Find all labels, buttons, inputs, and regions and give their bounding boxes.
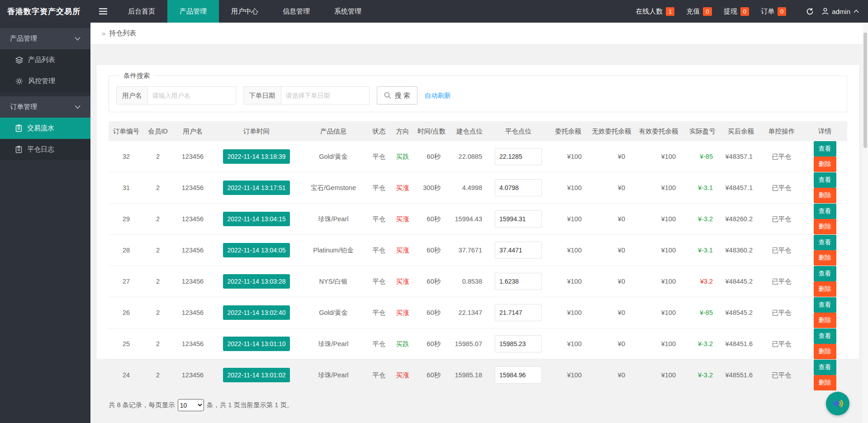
delete-button[interactable]: 删除 — [814, 344, 836, 359]
search-panel: 条件搜索 用户名 下单日期 搜 索 自动刷新 — [109, 71, 847, 112]
sidebar-item-trade-flow[interactable]: 交易流水 — [0, 118, 90, 139]
cell-close-point — [490, 328, 546, 360]
cell-order-time: 2022-11-14 13:03:28 — [213, 266, 299, 297]
stat-orders[interactable]: 订单 0 — [761, 7, 786, 16]
page-scrollbar[interactable] — [863, 23, 868, 423]
stat-online-users[interactable]: 在线人数 1 — [636, 7, 674, 16]
column-header: 委托余额 — [546, 121, 590, 141]
order-date-input[interactable] — [281, 86, 370, 105]
cell-order-id: 28 — [109, 235, 144, 266]
cell-valid-entrust: ¥100 — [633, 266, 684, 297]
close-point-input[interactable] — [495, 335, 542, 352]
table-row: 27 2 123456 2022-11-14 13:03:28 NYS/白银 平… — [109, 266, 847, 297]
cell-order-id: 31 — [109, 172, 144, 204]
top-menu-item-info[interactable]: 信息管理 — [270, 0, 322, 23]
table-row: 31 2 123456 2022-11-14 13:17:51 宝石/Gemst… — [109, 172, 847, 204]
view-button[interactable]: 查看 — [814, 297, 836, 313]
user-menu[interactable]: admin — [822, 8, 859, 15]
stat-withdraw[interactable]: 提现 0 — [724, 7, 749, 16]
column-header: 建仓点位 — [449, 121, 490, 141]
close-point-input[interactable] — [495, 210, 542, 228]
top-menu-item-system[interactable]: 系统管理 — [322, 0, 374, 23]
close-point-input[interactable] — [495, 366, 542, 384]
cell-status: 平仓 — [367, 172, 391, 204]
search-icon — [384, 92, 391, 99]
sidebar-group-products[interactable]: 产品管理 — [0, 28, 90, 49]
column-header: 时间/点数 — [414, 121, 449, 141]
sidebar-item-close-log[interactable]: 平仓日志 — [0, 139, 90, 160]
search-button[interactable]: 搜 索 — [377, 86, 417, 105]
top-menu-item-products[interactable]: 产品管理 — [167, 0, 219, 23]
cell-product: 宝石/Gemstone — [299, 172, 367, 204]
cell-invalid-entrust: ¥0 — [590, 360, 633, 391]
view-button[interactable]: 查看 — [814, 204, 836, 219]
layers-icon — [15, 57, 23, 64]
sidebar: 产品管理 产品列表 风控管理 订单管理 交易流水 — [0, 23, 90, 423]
sidebar-item-risk-control[interactable]: 风控管理 — [0, 71, 90, 92]
delete-button[interactable]: 删除 — [814, 157, 836, 172]
refresh-icon[interactable] — [806, 8, 814, 15]
gear-icon — [15, 77, 23, 85]
cell-direction: 买跌 — [391, 141, 414, 172]
delete-button[interactable]: 删除 — [814, 375, 836, 390]
direction-label: 买涨 — [396, 278, 409, 285]
cell-duration: 60秒 — [414, 297, 449, 328]
audio-notification-button[interactable] — [826, 392, 849, 415]
stat-label: 订单 — [761, 7, 774, 16]
cell-profit: ¥3.2 — [684, 266, 721, 297]
cell-profit: ¥-3.2 — [684, 360, 721, 391]
cell-control-status: 已平仓 — [761, 172, 802, 204]
cell-product: 珍珠/Pearl — [299, 360, 367, 391]
delete-button[interactable]: 删除 — [814, 281, 836, 297]
page-title: 持仓列表 — [109, 29, 136, 38]
cell-direction: 买涨 — [391, 297, 414, 328]
cell-duration: 300秒 — [414, 172, 449, 204]
close-point-input[interactable] — [495, 304, 542, 321]
view-button[interactable]: 查看 — [814, 360, 836, 375]
order-time-badge: 2022-11-14 13:04:05 — [223, 243, 290, 257]
delete-button[interactable]: 删除 — [814, 219, 836, 234]
document-icon — [15, 124, 22, 132]
cell-entrust-balance: ¥100 — [546, 297, 590, 328]
view-button[interactable]: 查看 — [814, 328, 836, 344]
cell-direction: 买涨 — [391, 235, 414, 266]
cell-close-point — [490, 235, 546, 266]
close-point-input[interactable] — [495, 148, 542, 165]
top-navbar: 香港数字资产交易所 后台首页 产品管理 用户中心 信息管理 系统管理 在线人数 … — [0, 0, 868, 23]
view-button[interactable]: 查看 — [814, 235, 836, 250]
scrollbar-thumb[interactable] — [863, 33, 867, 148]
delete-button[interactable]: 删除 — [814, 313, 836, 328]
top-menu-item-users[interactable]: 用户中心 — [219, 0, 270, 23]
table-row: 24 2 123456 2022-11-14 13:01:02 珍珠/Pearl… — [109, 360, 847, 391]
delete-button[interactable]: 删除 — [814, 188, 836, 203]
close-point-input[interactable] — [495, 179, 542, 196]
stat-recharge[interactable]: 充值 0 — [686, 7, 711, 16]
close-point-input[interactable] — [495, 273, 542, 290]
cell-open-point: 22.1347 — [449, 297, 490, 328]
view-button[interactable]: 查看 — [814, 172, 836, 188]
view-button[interactable]: 查看 — [814, 141, 836, 157]
sidebar-group-orders[interactable]: 订单管理 — [0, 96, 90, 118]
view-button[interactable]: 查看 — [814, 266, 836, 281]
cell-entrust-balance: ¥100 — [546, 266, 590, 297]
page-count-text: 条，共 1 页当前显示第 1 页。 — [207, 401, 294, 409]
per-page-select[interactable]: 10 — [178, 399, 204, 411]
chevron-down-icon — [75, 37, 81, 41]
profit-value: ¥-3.1 — [698, 184, 713, 191]
profit-value: ¥-85 — [700, 309, 713, 316]
username-input[interactable] — [147, 86, 236, 105]
cell-open-point: 15985.07 — [449, 328, 490, 360]
cell-invalid-entrust: ¥0 — [590, 328, 633, 360]
username-field-label: 用户名 — [116, 86, 147, 105]
cell-product: 珍珠/Pearl — [299, 204, 367, 235]
delete-button[interactable]: 删除 — [814, 250, 836, 266]
top-menu-item-home[interactable]: 后台首页 — [116, 0, 167, 23]
cell-close-point — [490, 360, 546, 391]
sidebar-item-product-list[interactable]: 产品列表 — [0, 49, 90, 71]
auto-refresh-link[interactable]: 自动刷新 — [425, 91, 451, 100]
cell-product: Gold/黄金 — [299, 141, 367, 172]
hamburger-icon[interactable] — [90, 0, 116, 23]
close-point-input[interactable] — [495, 242, 542, 259]
cell-status: 平仓 — [367, 328, 391, 360]
direction-label: 买涨 — [396, 371, 409, 379]
